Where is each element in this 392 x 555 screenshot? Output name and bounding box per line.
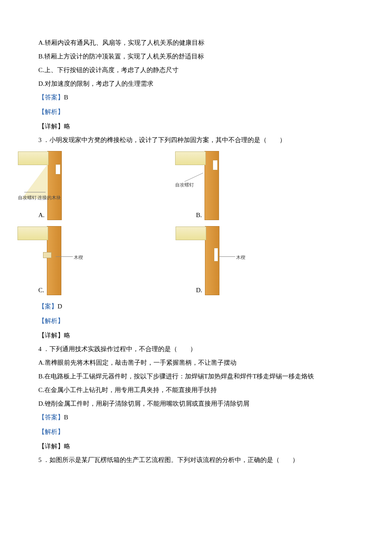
q2-option-d: D.对加速度的限制，考虑了人的生理需求 (38, 78, 354, 89)
q2-answer: 【答案】B (38, 92, 354, 102)
q3-letter-b: B. (196, 210, 202, 220)
q3-detail: 【详解】略 (38, 330, 354, 340)
q3-option-a: A. 自攻螺钉 连接的木块 (38, 151, 196, 220)
q4-option-b: B.在电路板上手工锡焊元器件时，按以下步骤进行：加焊锡T加热焊盘和焊件T移走焊锡… (38, 371, 354, 381)
q4-detail: 【详解】略 (38, 441, 354, 451)
answer-value: B (64, 414, 68, 421)
q3-figure-b: 自攻螺钉 (205, 151, 219, 220)
q4-stem: 4 ．下列通用技术实践操作过程中，不合理的是（ ） (38, 344, 354, 354)
q3-figure-d: 木楔 (205, 226, 219, 295)
answer-label: 【案】 (38, 303, 58, 310)
q3-option-c: C. 木楔 (38, 226, 196, 295)
q2-option-c: C.上、下行按钮的设计高度，考虑了人的静态尺寸 (38, 65, 354, 75)
q3-option-d: D. 木楔 (196, 226, 324, 295)
q5-stem: 5 ．如图所示是某厂瓦楞纸箱的生产工艺流程图。下列对该流程的分析中，正确的是（ … (38, 455, 354, 465)
answer-label: 【答案】 (38, 414, 64, 421)
q3-label-d: 木楔 (236, 254, 245, 262)
q3-label-b: 自攻螺钉 (175, 181, 194, 189)
q3-answer: 【案】D (38, 301, 354, 311)
q2-detail: 【详解】略 (38, 121, 354, 131)
q3-stem: 3 ．小明发现家中方凳的榫接松动，设计了下列四种加固方案，其中不合理的是（ ） (38, 135, 354, 145)
answer-value: D (58, 303, 62, 310)
q3-analysis: 【解析】 (38, 316, 354, 326)
q4-option-d: D.锉削金属工件时，用刷子清除切屑，不能用嘴吹切屑或直接用手清除切屑 (38, 398, 354, 409)
q4-analysis: 【解析】 (38, 427, 354, 437)
q4-option-a: A.凿榫眼前先将木料固定，敲击凿子时，一手紧握凿柄，不让凿子摆动 (38, 357, 354, 368)
answer-value: B (64, 94, 68, 101)
q2-analysis: 【解析】 (38, 107, 354, 117)
q2-option-a: A.轿厢内设有通风孔、风扇等，实现了人机关系的健康目标 (38, 38, 354, 48)
q2-option-b: B.轿厢上方设计的防冲顶装置，实现了人机关系的舒适目标 (38, 51, 354, 61)
q3-letter-c: C. (38, 285, 44, 295)
q4-option-c: C.在金属小工件上钻孔时，用专用工具夹持，不能直接用手扶持 (38, 385, 354, 395)
q3-figure-c: 木楔 (47, 226, 61, 295)
q3-row1: A. 自攻螺钉 连接的木块 B. 自攻螺钉 (38, 151, 354, 220)
q3-figure-a: 自攻螺钉 连接的木块 (47, 151, 62, 220)
q3-letter-a: A. (38, 210, 45, 220)
q3-label-a: 自攻螺钉 连接的木块 (18, 194, 61, 202)
q3-label-c: 木楔 (74, 254, 83, 262)
q3-row2: C. 木楔 D. 木楔 (38, 226, 354, 295)
q3-letter-d: D. (196, 285, 202, 295)
answer-label: 【答案】 (38, 94, 64, 101)
q4-answer: 【答案】B (38, 412, 354, 422)
q3-option-b: B. 自攻螺钉 (196, 151, 324, 220)
